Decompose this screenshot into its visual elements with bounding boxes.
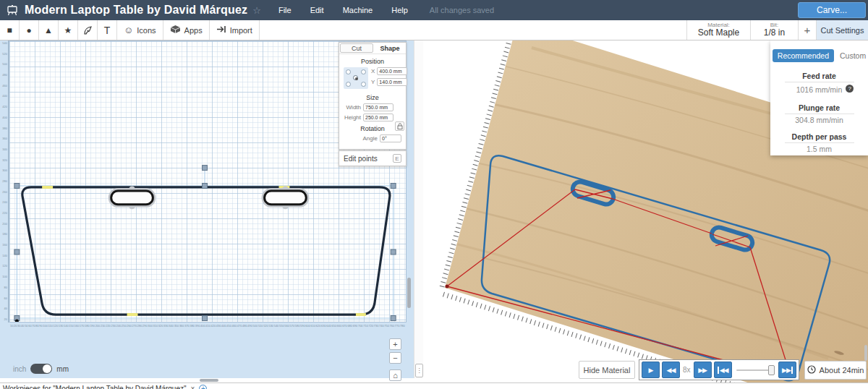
favorite-star-icon[interactable]: ☆: [252, 5, 261, 16]
table-outline-shape[interactable]: [22, 187, 390, 315]
height-label: Height: [344, 114, 361, 121]
lock-aspect-icon[interactable]: [395, 121, 404, 131]
add-bit-button[interactable]: +: [798, 20, 816, 40]
rotation-handle: [203, 166, 208, 171]
unit-toggle-group: inch mm: [13, 364, 69, 374]
zoom-out-button[interactable]: −: [389, 352, 401, 364]
clock-icon: [807, 365, 816, 375]
slower-button[interactable]: ◀◀: [662, 362, 680, 378]
simulation-controls: Hide Material ▶ ◀◀ 8x ▶▶ ◀◀ ▶▶ About 24m…: [423, 359, 868, 381]
toolpath-origin-dot: [446, 285, 449, 288]
apps-label: Apps: [184, 26, 203, 35]
depth-per-pass-value: 1.5 mm: [776, 145, 862, 153]
package-icon: [170, 25, 181, 35]
selection-box: [17, 168, 393, 318]
x-label: X: [371, 68, 375, 74]
tab-markers[interactable]: [42, 187, 366, 315]
x-position-field[interactable]: [377, 67, 407, 75]
import-arrow-icon: [216, 25, 226, 35]
depth-per-pass-label: Depth per pass: [785, 132, 854, 143]
triangle-tool-icon[interactable]: ▲: [39, 20, 59, 40]
circle-tool-icon[interactable]: ●: [20, 20, 39, 40]
carve-button[interactable]: Carve...: [798, 2, 866, 18]
workpieces-statusbar: Workpieces for "Modern Laptop Table by D…: [0, 382, 868, 389]
unit-toggle-switch[interactable]: [30, 364, 52, 374]
skip-to-start-button[interactable]: ◀◀: [714, 362, 732, 378]
anchor-point-selector[interactable]: [344, 67, 368, 89]
easel-logo-icon[interactable]: [0, 4, 25, 16]
vertical-ruler: 5405205004804604404204003803603403203002…: [0, 40, 9, 322]
play-button[interactable]: ▶: [642, 362, 660, 378]
y-position-field[interactable]: [377, 78, 407, 86]
shape-properties-panel: Cut Shape Position X Y: [339, 42, 407, 150]
divider-drag-handle[interactable]: ⋮: [415, 364, 423, 377]
speed-label: 8x: [682, 366, 692, 374]
topbar: Modern Laptop Table by David Márquez ☆ F…: [0, 0, 868, 20]
custom-tab[interactable]: Custom: [840, 51, 866, 60]
apps-tool[interactable]: Apps: [163, 20, 210, 40]
selection-handles[interactable]: [14, 166, 396, 321]
width-label: Width: [346, 104, 361, 111]
help-icon[interactable]: ?: [846, 85, 854, 93]
menu-help[interactable]: Help: [391, 6, 408, 14]
hide-material-button[interactable]: Hide Material: [579, 361, 635, 379]
bit-selector[interactable]: Bit: 1/8 in: [750, 20, 798, 40]
cut-settings-popover: Recommended Custom Feed rate 1016 mm/min…: [770, 40, 868, 155]
design-panel: 5405205004804604404204003803603403203002…: [0, 40, 414, 378]
pen-tool-icon[interactable]: [78, 20, 98, 40]
star-tool-icon[interactable]: ★: [59, 20, 78, 40]
close-workpiece-icon[interactable]: ×: [191, 385, 195, 389]
icons-tool[interactable]: ☺ Icons: [117, 20, 163, 40]
height-field[interactable]: [363, 114, 393, 121]
import-label: Import: [230, 26, 252, 35]
skip-to-end-button[interactable]: ▶▶: [778, 362, 796, 378]
time-estimate-button[interactable]: About 24min: [804, 361, 867, 380]
zoom-controls: + − ⌂: [389, 338, 401, 381]
y-label: Y: [371, 79, 375, 85]
toolbar-spacer: [260, 20, 686, 40]
horizontal-ruler: 1020304050607080901001101201301401501601…: [9, 323, 407, 329]
canvas-vertical-scrollbar[interactable]: [407, 278, 411, 308]
menu-machine[interactable]: Machine: [343, 6, 373, 14]
material-value: Soft Maple: [698, 28, 739, 38]
tab-shape[interactable]: Shape: [374, 43, 406, 54]
zoom-in-button[interactable]: +: [389, 338, 401, 350]
feed-rate-value: 1016 mm/min: [796, 85, 843, 94]
feed-rate-label: Feed rate: [785, 72, 854, 82]
canvas-horizontal-scrollbar[interactable]: [200, 379, 218, 382]
square-tool-icon[interactable]: ■: [0, 20, 20, 40]
icons-label: Icons: [137, 26, 156, 35]
time-estimate-label: About 24min: [820, 366, 864, 375]
cut-settings-button[interactable]: Cut Settings: [816, 20, 868, 40]
bit-value: 1/8 in: [764, 28, 785, 38]
menu-edit[interactable]: Edit: [310, 6, 324, 14]
toolbar: ■ ● ▲ ★ T ☺ Icons Apps Import Material: …: [0, 20, 868, 40]
menu-file[interactable]: File: [278, 6, 292, 14]
slot-shape[interactable]: [265, 186, 307, 209]
unit-inch-label[interactable]: inch: [13, 365, 26, 373]
edit-points-button[interactable]: Edit points E: [339, 150, 407, 166]
angle-label: Angle: [363, 135, 378, 142]
material-selector[interactable]: Material: Soft Maple: [686, 20, 750, 40]
project-title[interactable]: Modern Laptop Table by David Márquez: [25, 4, 247, 17]
preview-vertical-scrollbar[interactable]: [864, 345, 867, 361]
slider-handle[interactable]: [768, 365, 775, 375]
angle-field[interactable]: [380, 134, 401, 142]
panel-divider[interactable]: ⋮: [414, 40, 423, 378]
text-tool-icon[interactable]: T: [98, 20, 117, 40]
workpiece-tab-label[interactable]: Workpieces for "Modern Laptop Table by D…: [3, 385, 187, 389]
plunge-rate-value: 304.8 mm/min: [776, 116, 862, 124]
progress-slider[interactable]: [734, 362, 776, 378]
easel-app: Modern Laptop Table by David Márquez ☆ F…: [0, 0, 868, 389]
edit-points-label: Edit points: [344, 155, 378, 163]
add-workpiece-icon[interactable]: +: [199, 385, 207, 389]
slot-shape[interactable]: [111, 186, 153, 209]
edit-points-shortcut-badge: E: [393, 154, 401, 163]
import-tool[interactable]: Import: [210, 20, 260, 40]
zoom-home-button[interactable]: ⌂: [389, 369, 401, 381]
faster-button[interactable]: ▶▶: [694, 362, 712, 378]
width-field[interactable]: [363, 103, 393, 111]
tab-cut[interactable]: Cut: [340, 43, 373, 53]
recommended-tab[interactable]: Recommended: [773, 49, 834, 62]
unit-mm-label[interactable]: mm: [56, 365, 69, 373]
